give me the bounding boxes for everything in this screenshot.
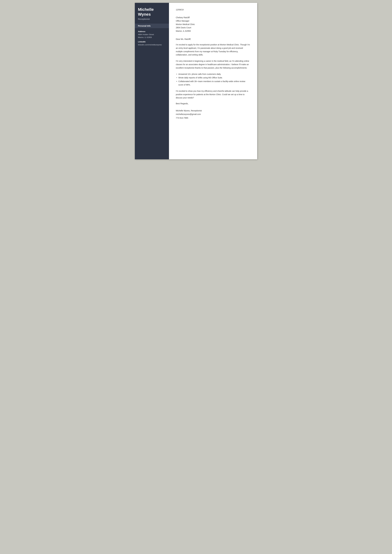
bullet-item-1: Answered 10+ phone calls from customers …: [176, 73, 250, 76]
recipient-company: Morton Medical Clinic: [176, 23, 250, 26]
bullet-item-3: Collaborated with 30+ team members to su…: [176, 80, 250, 87]
linkedin-label: LinkedIn: [138, 41, 166, 43]
main-content: 12/09/19 Chelsey Ratcliff Office Manager…: [169, 3, 257, 159]
document: Michelle Wynes Receptionist Personal Inf…: [135, 3, 257, 159]
recipient-block: Chelsey Ratcliff Office Manager Morton M…: [176, 16, 250, 33]
letter-signature-block: Michelle Wynes, Receptionist michellezwy…: [176, 109, 250, 120]
signature-name: Michelle Wynes, Receptionist: [176, 109, 250, 112]
recipient-title: Office Manager: [176, 19, 250, 23]
bullet-item-2: Wrote daily reports of shifts using MS O…: [176, 76, 250, 79]
letter-paragraph-3: I'm excited to show you how my efficienc…: [176, 90, 250, 99]
linkedin-value: linkedin.com/michellezwynes: [138, 43, 166, 46]
letter-salutation: Dear Ms. Ratcliff,: [176, 38, 250, 40]
recipient-city-state-zip: Marion, IL 62959: [176, 29, 250, 33]
signature-email: michellezwynes@gmail.com: [176, 112, 250, 116]
letter-paragraph-1: I'm excited to apply for the receptionis…: [176, 43, 250, 57]
letter-bullet-list: Answered 10+ phone calls from customers …: [176, 73, 250, 87]
letter-paragraph-2: I'm very interested in beginning a caree…: [176, 59, 250, 70]
address-value: 4884 Holden Street Marion, IL 62959: [138, 33, 166, 39]
address-label: Address: [138, 30, 166, 33]
personal-info-header: Personal Info: [135, 24, 169, 28]
sidebar: Michelle Wynes Receptionist Personal Inf…: [135, 3, 169, 159]
letter-closing: Best Regards,: [176, 102, 250, 105]
recipient-address1: 2804 Davis Court: [176, 26, 250, 29]
applicant-name: Michelle Wynes: [138, 7, 166, 17]
recipient-name: Chelsey Ratcliff: [176, 16, 250, 19]
letter-date: 12/09/19: [176, 8, 250, 11]
applicant-title: Receptionist: [138, 18, 166, 20]
signature-phone: 773-914-7965: [176, 116, 250, 120]
